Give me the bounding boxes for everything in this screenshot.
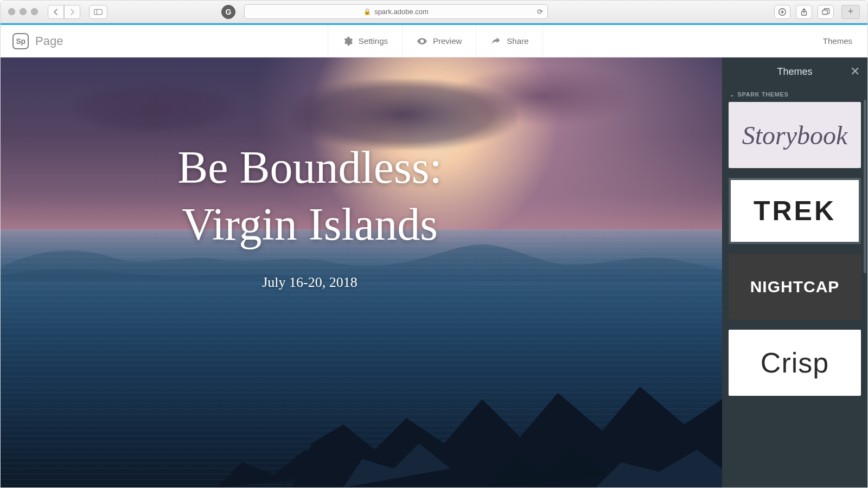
- share-up-icon: [800, 8, 808, 16]
- share-browser-button[interactable]: [796, 5, 812, 19]
- sidebar-icon: [94, 8, 103, 16]
- theme-card-label: TREK: [754, 195, 836, 227]
- forward-button[interactable]: [64, 5, 80, 19]
- browser-right-tools: +: [774, 5, 860, 19]
- reload-icon[interactable]: ⟳: [537, 8, 543, 16]
- settings-label: Settings: [359, 36, 388, 46]
- close-icon: ✕: [850, 65, 860, 78]
- theme-card-label: Storybook: [742, 120, 848, 150]
- browser-titlebar: G 🔒 spark.adobe.com ⟳ +: [1, 1, 867, 23]
- chevron-right-icon: [68, 8, 76, 16]
- themes-panel-header: Themes ✕: [722, 57, 867, 86]
- center-toolbar: Settings Preview Share: [328, 25, 544, 57]
- themes-section-header[interactable]: ⌄ SPARK THEMES: [722, 86, 867, 102]
- themes-panel: Themes ✕ ⌄ SPARK THEMES Storybook TREK N…: [722, 57, 867, 487]
- new-tab-button[interactable]: +: [841, 5, 860, 19]
- extension-g-icon: G: [226, 8, 232, 16]
- extension-button[interactable]: G: [221, 5, 235, 19]
- page-subtitle[interactable]: July 16-20, 2018: [1, 274, 619, 291]
- content-area: Be Boundless: Virgin Islands July 16-20,…: [1, 57, 867, 487]
- window-traffic-lights[interactable]: [8, 8, 38, 15]
- nav-back-forward: [48, 5, 80, 19]
- downloads-button[interactable]: [774, 5, 790, 19]
- title-line-2: Virgin Islands: [182, 199, 438, 249]
- tabs-icon: [821, 8, 830, 16]
- page-canvas[interactable]: Be Boundless: Virgin Islands July 16-20,…: [1, 57, 722, 487]
- chevron-left-icon: [52, 8, 60, 16]
- share-arrow-icon: [490, 36, 501, 47]
- eye-icon: [417, 36, 427, 47]
- url-text: spark.adobe.com: [374, 8, 429, 16]
- maximize-window-icon[interactable]: [31, 8, 38, 15]
- lock-icon: 🔒: [363, 8, 371, 15]
- minimize-window-icon[interactable]: [20, 8, 27, 15]
- share-label: Share: [507, 36, 528, 46]
- preview-label: Preview: [433, 36, 462, 46]
- title-line-1: Be Boundless:: [177, 142, 442, 192]
- gear-icon: [342, 36, 353, 47]
- themes-link-label: Themes: [823, 36, 852, 46]
- download-icon: [778, 8, 787, 16]
- themes-panel-title: Themes: [777, 66, 812, 78]
- svg-point-5: [421, 40, 423, 42]
- app-header: Sp Page Settings Preview Share Themes: [1, 25, 867, 57]
- hero-text-block[interactable]: Be Boundless: Virgin Islands July 16-20,…: [1, 139, 619, 291]
- themes-link[interactable]: Themes: [808, 36, 867, 46]
- theme-card-label: NIGHTCAP: [750, 278, 840, 296]
- plus-icon: +: [848, 6, 854, 17]
- product-name: Page: [35, 34, 63, 48]
- preview-button[interactable]: Preview: [403, 25, 476, 57]
- address-bar[interactable]: 🔒 spark.adobe.com ⟳: [244, 4, 548, 19]
- theme-card-trek[interactable]: TREK: [729, 178, 861, 244]
- spark-logo-icon: Sp: [12, 33, 29, 49]
- close-panel-button[interactable]: ✕: [850, 65, 860, 79]
- theme-card-nightcap[interactable]: NIGHTCAP: [729, 254, 861, 320]
- close-window-icon[interactable]: [8, 8, 15, 15]
- chevron-down-icon: ⌄: [730, 92, 735, 98]
- app-brand[interactable]: Sp Page: [1, 33, 63, 49]
- theme-card-crisp[interactable]: Crisp: [729, 330, 861, 396]
- browser-window: G 🔒 spark.adobe.com ⟳ + Sp Page: [0, 0, 868, 488]
- theme-card-storybook[interactable]: Storybook: [729, 102, 861, 168]
- settings-button[interactable]: Settings: [328, 25, 403, 57]
- theme-card-label: Crisp: [761, 346, 829, 379]
- svg-rect-4: [822, 10, 827, 14]
- svg-rect-0: [94, 9, 102, 15]
- sidebar-toggle-button[interactable]: [89, 5, 107, 19]
- themes-section-label: SPARK THEMES: [738, 91, 789, 98]
- share-button[interactable]: Share: [476, 25, 543, 57]
- tabs-button[interactable]: [818, 5, 834, 19]
- back-button[interactable]: [48, 5, 64, 19]
- themes-list: Storybook TREK NIGHTCAP Crisp: [722, 102, 867, 402]
- page-title[interactable]: Be Boundless: Virgin Islands: [1, 139, 619, 253]
